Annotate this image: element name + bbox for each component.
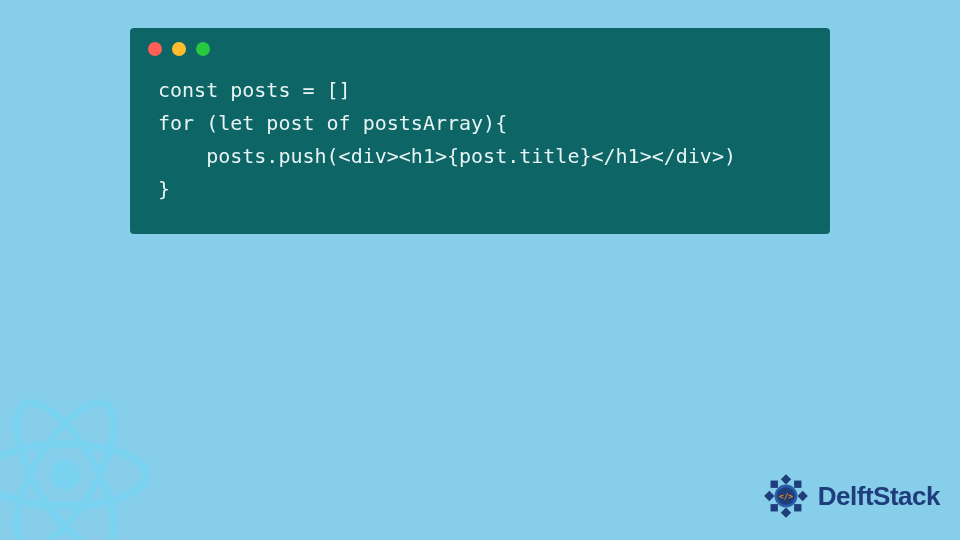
code-line: for (let post of postsArray){ [158,107,802,140]
code-window: const posts = []for (let post of postsAr… [130,28,830,234]
window-title-bar [130,28,830,64]
svg-point-0 [50,460,80,490]
code-block: const posts = []for (let post of postsAr… [130,64,830,206]
minimize-icon[interactable] [172,42,186,56]
maximize-icon[interactable] [196,42,210,56]
react-icon [0,390,150,540]
close-icon[interactable] [148,42,162,56]
svg-text:</>: </> [779,492,793,501]
delftstack-name: DelftStack [818,481,940,512]
code-line: posts.push(<div><h1>{post.title}</h1></d… [158,140,802,173]
code-line: } [158,173,802,206]
delftstack-mark-icon: </> [760,470,812,522]
delftstack-logo: </> DelftStack [760,470,940,522]
code-line: const posts = [] [158,74,802,107]
